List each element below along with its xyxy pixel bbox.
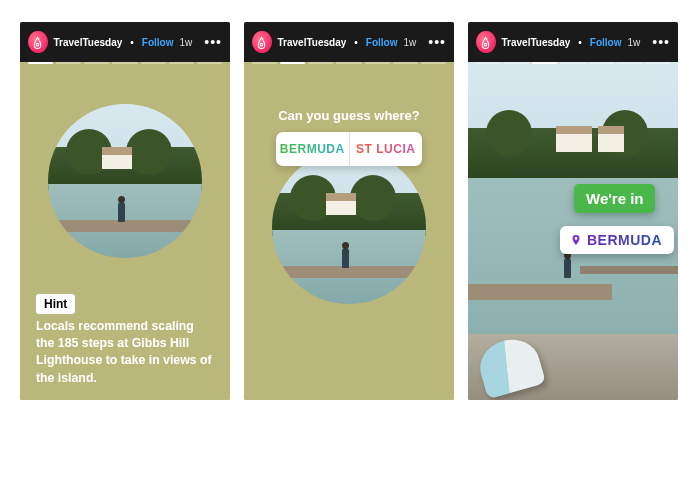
- username[interactable]: TravelTuesday: [278, 37, 347, 48]
- svg-point-1: [260, 43, 263, 46]
- hint-chip: Hint: [36, 294, 75, 314]
- story-header: TravelTuesday • Follow 1w •••: [468, 22, 678, 62]
- username[interactable]: TravelTuesday: [502, 37, 571, 48]
- story-header: TravelTuesday • Follow 1w •••: [244, 22, 454, 62]
- story-progress: [252, 62, 446, 64]
- follow-button[interactable]: Follow: [590, 37, 622, 48]
- svg-point-2: [484, 43, 487, 46]
- poll-question: Can you guess where?: [244, 108, 454, 123]
- timestamp: 1w: [179, 37, 192, 48]
- more-horizontal-icon[interactable]: •••: [652, 39, 670, 45]
- location-sticker[interactable]: BERMUDA: [560, 226, 674, 254]
- story-progress: [476, 62, 670, 64]
- poll-sticker: BERMUDA ST LUCIA: [276, 132, 422, 166]
- story-photo-circle: [48, 104, 202, 258]
- poll-option-b-label: ST LUCIA: [356, 142, 415, 156]
- more-horizontal-icon[interactable]: •••: [428, 39, 446, 45]
- poll-option-b[interactable]: ST LUCIA: [350, 132, 423, 166]
- story-frame-hint[interactable]: TravelTuesday • Follow 1w ••• Hint Local…: [20, 22, 230, 400]
- svg-point-0: [36, 43, 39, 46]
- story-gallery: TravelTuesday • Follow 1w ••• Hint Local…: [0, 0, 700, 422]
- story-frame-reveal[interactable]: TravelTuesday • Follow 1w ••• We're in B…: [468, 22, 678, 400]
- separator: •: [354, 37, 358, 48]
- separator: •: [130, 37, 134, 48]
- timestamp: 1w: [403, 37, 416, 48]
- poll-option-a-label: BERMUDA: [280, 142, 345, 156]
- story-photo-circle: [272, 150, 426, 304]
- airbnb-logo-icon[interactable]: [476, 31, 496, 53]
- airbnb-logo-icon[interactable]: [28, 31, 48, 53]
- separator: •: [578, 37, 582, 48]
- reveal-banner: We're in: [574, 184, 655, 213]
- story-progress: [28, 62, 222, 64]
- follow-button[interactable]: Follow: [142, 37, 174, 48]
- story-frame-poll[interactable]: TravelTuesday • Follow 1w ••• Can you gu…: [244, 22, 454, 400]
- follow-button[interactable]: Follow: [366, 37, 398, 48]
- more-horizontal-icon[interactable]: •••: [204, 39, 222, 45]
- timestamp: 1w: [627, 37, 640, 48]
- username[interactable]: TravelTuesday: [54, 37, 123, 48]
- location-pin-icon: [570, 234, 582, 246]
- story-header: TravelTuesday • Follow 1w •••: [20, 22, 230, 62]
- poll-option-a[interactable]: BERMUDA: [276, 132, 350, 166]
- hint-text: Locals recommend scaling the 185 steps a…: [36, 318, 214, 387]
- airbnb-logo-icon[interactable]: [252, 31, 272, 53]
- location-name: BERMUDA: [587, 232, 662, 248]
